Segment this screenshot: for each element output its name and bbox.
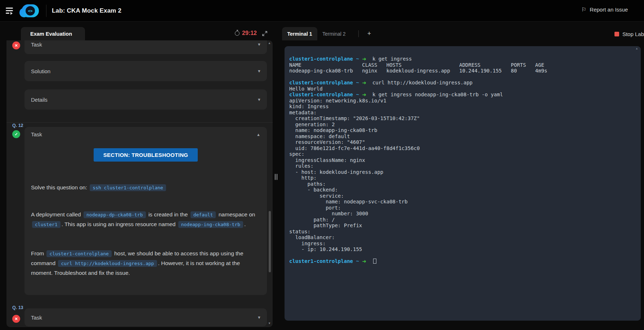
prompt-host: cluster1-controlplane (289, 80, 353, 85)
tab-terminal-2[interactable]: Terminal 2 (322, 27, 346, 40)
question-status-badge-passed: ✓ (12, 130, 20, 138)
stop-icon (614, 32, 619, 36)
menu-bar (6, 8, 13, 9)
kodekloud-logo[interactable]: <> (22, 4, 39, 17)
task-card-collapsed[interactable]: Task ▼ (24, 308, 267, 326)
scroll-down-arrow[interactable]: ▼ (268, 322, 271, 325)
terminal-line: pathType: Prefix (289, 223, 637, 229)
inline-code-chip: default (191, 211, 216, 218)
terminal-panel: Terminal 1 Terminal 2 + Stop Lab ▲ clust… (282, 27, 644, 327)
header-divider (46, 5, 46, 17)
terminal-tab-label: Terminal 1 (287, 31, 312, 37)
terminal-line (289, 74, 637, 80)
code-brackets-icon: <> (26, 6, 35, 16)
prompt-arrow: ➜ (362, 258, 366, 264)
terminal-line: NAME CLASS HOSTS ADDRESS PORTS AGE (289, 62, 637, 68)
terminal-line: - ip: 10.244.190.155 (289, 246, 637, 252)
prompt-cwd: ~ (353, 258, 362, 264)
inline-code-chip: nodeapp-dp-cka08-trb (84, 211, 146, 218)
task-card-expanded: Task ▲ SECTION: TROUBLESHOOTING Solve th… (24, 127, 267, 295)
terminal-line: number: 3000 (289, 211, 637, 217)
terminal-line: apiVersion: networking.k8s.io/v1 (289, 98, 637, 104)
inline-code-chip: curl http://kodekloud-ingress.app (58, 260, 157, 267)
terminal-line: nodeapp-ing-cka08-trb nginx kodekloud-in… (289, 68, 637, 74)
prompt-host: cluster1-controlplane (289, 258, 353, 264)
scroll-up-arrow[interactable]: ▲ (635, 47, 638, 50)
prompt-host: cluster1-controlplane (289, 56, 353, 62)
prompt-host: cluster1-controlplane (289, 92, 353, 97)
expand-icon (262, 31, 268, 36)
terminal-line: paths: (289, 181, 637, 187)
card-label: Task (31, 131, 42, 137)
terminal-line: - host: kodekloud-ingress.app (289, 169, 637, 175)
terminal-line: uid: 786e121d-fc7e-441d-aa40-f8d4f1c356c… (289, 145, 637, 151)
menu-bar (6, 13, 9, 14)
terminal-line: ingress: (289, 241, 637, 247)
chevron-down-icon: ▼ (257, 42, 261, 47)
prompt-arrow: ➜ (362, 56, 366, 62)
terminal-line: creationTimestamp: "2026-03-15T10:42:37Z… (289, 115, 637, 122)
report-issue-label: Report an Issue (590, 6, 628, 13)
inline-code-chip: ssh cluster1-controlplane (90, 184, 166, 191)
tab-exam-evaluation[interactable]: Exam Evaluation (21, 27, 85, 40)
expand-panel-button[interactable] (262, 31, 268, 36)
task-paragraph-1: A deployment called nodeapp-dp-cka08-trb… (31, 210, 260, 229)
question-status-badge-failed: ✕ (12, 41, 20, 49)
terminal-line: kind: Ingress (289, 104, 637, 110)
resize-grip-bar (275, 174, 276, 180)
terminal-line: resourceVersion: "4607" (289, 139, 637, 145)
report-issue-button[interactable]: ⚐Report an Issue (581, 6, 644, 16)
terminal-line: rules: (289, 163, 637, 169)
new-terminal-button[interactable]: + (365, 29, 374, 38)
card-label: Task (31, 41, 42, 48)
terminal-line: metadata: (289, 110, 637, 116)
terminal-line: namespace: default (289, 133, 637, 140)
menu-arrow (10, 12, 13, 15)
terminal[interactable]: ▲ cluster1-controlplane ~ ➜ k get ingres… (285, 46, 641, 321)
details-card-collapsed[interactable]: Details ▼ (24, 89, 267, 110)
task-card-collapsed[interactable]: Task ▼ (24, 40, 267, 54)
flag-icon: ⚐ (581, 6, 586, 13)
chevron-down-icon: ▼ (257, 97, 261, 102)
terminal-line: cluster1-controlplane ~ ➜ curl http://ko… (289, 80, 637, 86)
check-icon: ✓ (14, 132, 18, 137)
terminal-line: cluster1-controlplane ~ ➜ k get ingress … (289, 92, 637, 98)
exam-panel: Exam Evaluation 29:12 Task ▼ ✕ Solution … (6, 27, 273, 327)
section-banner: SECTION: TROUBLESHOOTING (94, 148, 198, 162)
chevron-down-icon: ▼ (257, 315, 261, 320)
terminal-line: - backend: (289, 187, 637, 193)
prompt-arrow: ➜ (362, 92, 366, 97)
question-status-badge-failed: ✕ (12, 315, 20, 323)
stop-lab-label: Stop Lab (622, 31, 644, 37)
prompt-cwd: ~ (353, 80, 362, 85)
terminal-line: status: (289, 229, 637, 235)
terminal-line: http: (289, 175, 637, 181)
terminal-line: port: (289, 205, 637, 211)
plus-icon: + (367, 30, 371, 38)
terminal-line: path: / (289, 217, 637, 223)
cross-icon: ✕ (14, 43, 18, 48)
inline-code-chip: nodeapp-ing-cka08-trb (178, 221, 243, 228)
task-card-header[interactable]: Task ▲ (31, 131, 260, 137)
prompt-cwd: ~ (353, 56, 362, 62)
scroll-up-arrow[interactable]: ▲ (268, 41, 271, 45)
terminal-line: name: nodeapp-ing-cka08-trb (289, 127, 637, 133)
app-header: <> Lab: CKA Mock Exam 2 ⚐Report an Issue (0, 0, 644, 22)
question-separator (6, 122, 273, 123)
card-label: Solution (31, 68, 50, 74)
card-label: Details (31, 97, 48, 103)
card-label: Task (31, 314, 42, 321)
stop-lab-button[interactable]: Stop Lab (614, 30, 644, 38)
sidebar-toggle-icon[interactable] (6, 8, 13, 14)
scrollbar-thumb[interactable] (269, 211, 271, 272)
terminal-line: Hello World (289, 86, 637, 92)
terminal-line: cluster1-controlplane ~ ➜ k get ingress (289, 56, 637, 62)
cross-icon: ✕ (14, 317, 18, 321)
tab-terminal-1[interactable]: Terminal 1 (282, 27, 317, 40)
panel-resize-handle[interactable] (275, 174, 278, 180)
terminal-line: generation: 2 (289, 122, 637, 128)
inline-code-chip: cluster1 (32, 221, 61, 228)
solution-card-collapsed[interactable]: Solution ▼ (24, 61, 267, 81)
stopwatch-icon (235, 31, 240, 36)
terminal-line: service: (289, 193, 637, 199)
